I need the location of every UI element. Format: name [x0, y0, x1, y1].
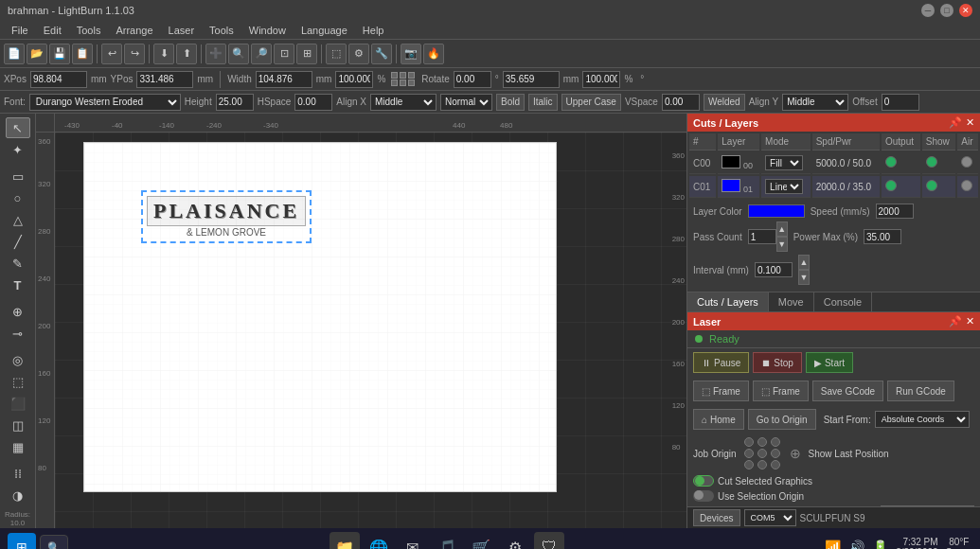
tb-undo[interactable]: ↩: [101, 44, 122, 64]
tool-rectangle[interactable]: ▭: [6, 166, 30, 186]
tool-select[interactable]: ↖: [6, 117, 30, 138]
offset-input[interactable]: [882, 94, 919, 111]
layer-color-0[interactable]: 00: [718, 152, 759, 174]
vspace-input[interactable]: [662, 94, 700, 111]
jo-br[interactable]: [771, 460, 780, 469]
pass-count-up[interactable]: ▲: [776, 221, 788, 237]
layer-show-1[interactable]: [922, 176, 955, 198]
tb-camera[interactable]: 📷: [401, 44, 421, 64]
maximize-button[interactable]: □: [940, 4, 953, 17]
start-button[interactable]: ▶ Start: [806, 352, 853, 373]
tab-cuts-layers[interactable]: Cuts / Layers: [687, 292, 769, 311]
save-gcode-button[interactable]: Save GCode: [812, 381, 883, 401]
cuts-panel-close[interactable]: ✕: [966, 116, 974, 129]
go-to-origin-button[interactable]: Go to Origin: [748, 409, 816, 430]
tool-frame4[interactable]: ▦: [6, 436, 30, 457]
layer-air-0[interactable]: [957, 152, 978, 174]
tool-node-edit[interactable]: ✦: [6, 139, 30, 160]
taskbar-app-music[interactable]: 🎵: [432, 532, 462, 549]
layer-mode-select-1[interactable]: LineFill: [765, 179, 803, 194]
minimize-button[interactable]: ─: [921, 4, 935, 17]
menu-help[interactable]: Help: [355, 23, 392, 38]
devices-button[interactable]: Devices: [693, 509, 740, 526]
taskbar-app-mail[interactable]: ✉: [398, 532, 428, 549]
jo-mr[interactable]: [771, 449, 780, 458]
layer-row-1[interactable]: C01 01 LineFill 2000.0 / 35.0: [689, 176, 978, 198]
tb-prefs[interactable]: 🔧: [371, 44, 392, 64]
cut-selected-toggle[interactable]: [693, 475, 714, 487]
italic-button[interactable]: Italic: [528, 94, 558, 111]
layer-color-1[interactable]: 01: [718, 176, 759, 198]
scale-y-input[interactable]: [582, 71, 620, 88]
normal-select[interactable]: Normal: [440, 94, 492, 111]
taskbar-battery-icon[interactable]: 🔋: [872, 540, 888, 549]
tb-export[interactable]: ⬆: [176, 44, 197, 64]
layer-mode-1[interactable]: LineFill: [761, 176, 811, 198]
tool-frame1[interactable]: ⬚: [6, 371, 30, 392]
cuts-panel-pin[interactable]: 📌: [949, 116, 962, 129]
tb-open[interactable]: 📂: [27, 44, 47, 64]
layer-color-swatch[interactable]: [748, 204, 805, 218]
tb-new[interactable]: 📄: [4, 44, 25, 64]
tb-laser-fire[interactable]: 🔥: [423, 44, 444, 64]
taskbar-app-files[interactable]: 📁: [330, 532, 360, 549]
xpos-input[interactable]: [30, 71, 87, 88]
scale-x-input[interactable]: [335, 71, 373, 88]
taskbar-app-settings[interactable]: ⚙: [500, 532, 530, 549]
tool-frame2[interactable]: ⬛: [6, 393, 30, 414]
canvas-grid[interactable]: PLAISANCE & LEMON GROVE 3603202802402001…: [55, 133, 686, 528]
align-y-select[interactable]: MiddleTopBottom: [782, 94, 848, 111]
layer-output-1[interactable]: [882, 176, 920, 198]
tb-frame[interactable]: ⬚: [326, 44, 347, 64]
jo-tr[interactable]: [771, 437, 780, 447]
jo-mc[interactable]: [757, 449, 767, 458]
jo-bc[interactable]: [757, 460, 767, 469]
tool-frame3[interactable]: ◫: [6, 415, 30, 435]
laser-panel-pin[interactable]: 📌: [949, 315, 962, 328]
layer-show-0[interactable]: [922, 152, 955, 174]
jo-ml[interactable]: [744, 449, 754, 458]
close-button[interactable]: ✕: [959, 4, 972, 17]
tb-save-as[interactable]: 📋: [72, 44, 93, 64]
tab-console[interactable]: Console: [814, 292, 872, 311]
welded-button[interactable]: Welded: [704, 94, 745, 111]
rotate-input[interactable]: [454, 71, 491, 88]
tb-save[interactable]: 💾: [49, 44, 70, 64]
taskbar-app-store[interactable]: 🛒: [466, 532, 496, 549]
tool-measure[interactable]: ⊸: [6, 323, 30, 344]
pause-button[interactable]: ⏸ Pause: [693, 352, 749, 373]
ypos-input[interactable]: [136, 71, 193, 88]
tb-zoom-out[interactable]: 🔎: [251, 44, 272, 64]
start-from-select[interactable]: Absolute Coords User Origin Current Posi…: [875, 411, 970, 428]
menu-language[interactable]: Language: [294, 23, 355, 38]
jo-tc[interactable]: [757, 437, 767, 447]
tool-polygon[interactable]: △: [6, 209, 30, 230]
tb-redo[interactable]: ↪: [124, 44, 145, 64]
stop-button[interactable]: ⏹ Stop: [753, 352, 802, 373]
layer-air-1[interactable]: [957, 176, 978, 198]
tb-import[interactable]: ⬇: [153, 44, 174, 64]
font-select[interactable]: Durango Western Eroded: [29, 94, 181, 111]
start-button-taskbar[interactable]: ⊞: [8, 533, 36, 549]
tool-path[interactable]: ✎: [6, 253, 30, 274]
menu-tools2[interactable]: Tools: [202, 23, 241, 38]
design-text-container[interactable]: PLAISANCE & LEMON GROVE: [141, 190, 312, 243]
taskbar-app-browser[interactable]: 🌐: [364, 532, 394, 549]
menu-file[interactable]: File: [4, 23, 36, 38]
tool-ellipse[interactable]: ○: [6, 187, 30, 208]
tb-zoom-sel[interactable]: ⊞: [296, 44, 317, 64]
frame2-button[interactable]: ⬚ Frame: [753, 381, 809, 401]
taskbar-search[interactable]: 🔍: [40, 535, 68, 549]
jo-bl[interactable]: [744, 460, 754, 469]
interval-down[interactable]: ▼: [798, 270, 810, 285]
taskbar-app-security[interactable]: 🛡: [534, 532, 564, 549]
layer-output-0[interactable]: [882, 152, 920, 174]
frame1-button[interactable]: ⬚ Frame: [693, 381, 749, 401]
tb-zoom-in[interactable]: 🔍: [228, 44, 249, 64]
interval-up[interactable]: ▲: [798, 255, 810, 270]
com-select[interactable]: COM5: [744, 509, 796, 526]
tool-camera[interactable]: ◎: [6, 349, 30, 370]
menu-edit[interactable]: Edit: [36, 23, 69, 38]
laser-panel-close[interactable]: ✕: [966, 315, 974, 328]
taskbar-wifi-icon[interactable]: 📶: [825, 540, 841, 549]
